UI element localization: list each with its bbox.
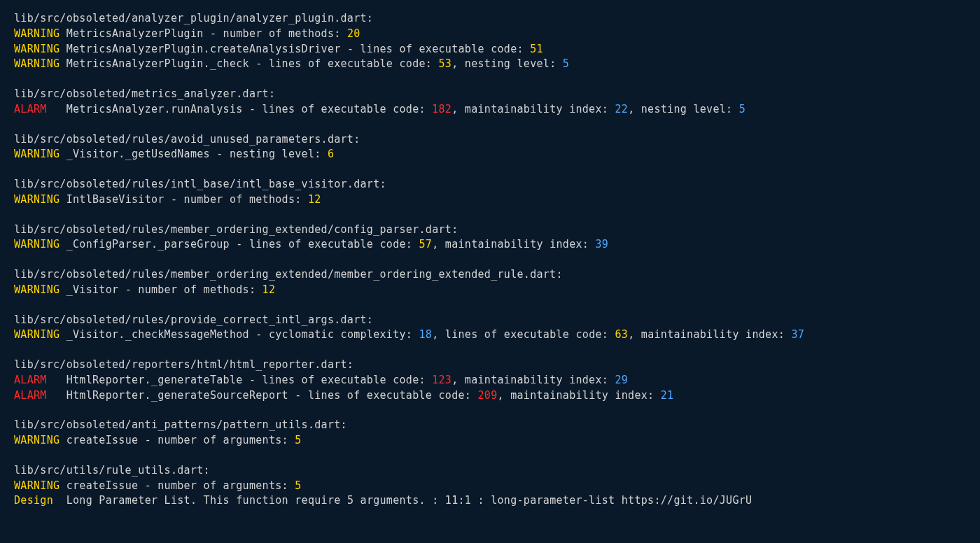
message-text: , lines of executable code:: [432, 328, 615, 341]
severity-level: ALARM: [14, 389, 47, 402]
report-line: ALARM HtmlReporter._generateTable - line…: [14, 373, 966, 388]
metric-value: 5: [295, 434, 301, 446]
report-line: WARNING IntlBaseVisitor - number of meth…: [14, 192, 966, 208]
severity-level: WARNING: [14, 57, 59, 70]
message-text: , maintainability index:: [432, 238, 595, 251]
file-path: lib/src/obsoleted/reporters/html/html_re…: [14, 358, 966, 373]
terminal-output: lib/src/obsoleted/analyzer_plugin/analyz…: [14, 11, 966, 509]
metric-value: 18: [419, 328, 433, 341]
report-block: lib/src/obsoleted/analyzer_plugin/analyz…: [14, 11, 966, 72]
file-path: lib/src/obsoleted/analyzer_plugin/analyz…: [14, 11, 966, 27]
file-path: lib/src/obsoleted/rules/provide_correct_…: [14, 313, 966, 328]
report-block: lib/src/obsoleted/anti_patterns/pattern_…: [14, 418, 966, 449]
message-text: MetricsAnalyzer.runAnalysis - lines of e…: [47, 103, 433, 115]
metric-value: 57: [419, 238, 433, 251]
metric-value: 53: [439, 57, 452, 70]
severity-level: WARNING: [14, 238, 59, 251]
message-text: IntlBaseVisitor - number of methods:: [59, 193, 308, 206]
metric-value: 123: [432, 374, 451, 386]
report-line: WARNING _Visitor._getUsedNames - nesting…: [14, 147, 966, 162]
metric-value: 5: [563, 57, 569, 70]
message-text: MetricsAnalyzerPlugin.createAnalysisDriv…: [59, 43, 530, 55]
metric-value: 29: [615, 374, 628, 386]
severity-level: WARNING: [14, 27, 59, 40]
message-text: _Visitor._checkMessageMethod - cyclomati…: [59, 328, 419, 341]
metric-value: 12: [262, 283, 276, 296]
message-text: HtmlReporter._generateSourceReport - lin…: [47, 389, 478, 402]
message-text: Long Parameter List. This function requi…: [53, 494, 752, 507]
file-path: lib/src/obsoleted/rules/avoid_unused_par…: [14, 132, 966, 148]
message-text: , maintainability index:: [451, 374, 615, 386]
metric-value: 22: [615, 103, 628, 115]
message-text: HtmlReporter._generateTable - lines of e…: [47, 374, 433, 386]
metric-value: 51: [530, 43, 543, 55]
file-path: lib/src/obsoleted/rules/member_ordering_…: [14, 267, 966, 283]
report-line: WARNING _ConfigParser._parseGroup - line…: [14, 237, 966, 253]
report-block: lib/src/obsoleted/rules/member_ordering_…: [14, 267, 966, 298]
message-text: MetricsAnalyzerPlugin - number of method…: [59, 27, 347, 40]
metric-value: 5: [739, 103, 746, 115]
message-text: createIssue - number of arguments:: [59, 479, 295, 492]
report-block: lib/src/obsoleted/rules/provide_correct_…: [14, 313, 966, 344]
severity-level: ALARM: [14, 374, 47, 386]
metric-value: 20: [347, 27, 360, 40]
severity-level: ALARM: [14, 103, 47, 115]
report-line: WARNING _Visitor - number of methods: 12: [14, 283, 966, 298]
report-line: ALARM HtmlReporter._generateSourceReport…: [14, 388, 966, 404]
file-path: lib/src/obsoleted/rules/intl_base/intl_b…: [14, 177, 966, 192]
message-text: , maintainability index:: [451, 103, 615, 115]
file-path: lib/src/obsoleted/anti_patterns/pattern_…: [14, 418, 966, 433]
message-text: _Visitor - number of methods:: [59, 283, 262, 296]
report-block: lib/src/obsoleted/reporters/html/html_re…: [14, 358, 966, 403]
message-text: , nesting level:: [451, 57, 563, 70]
file-path: lib/src/utils/rule_utils.dart:: [14, 463, 966, 479]
report-block: lib/src/obsoleted/metrics_analyzer.dart:…: [14, 87, 966, 118]
metric-value: 39: [595, 238, 608, 251]
severity-level: WARNING: [14, 148, 59, 160]
metric-value: 12: [308, 193, 321, 206]
severity-level: WARNING: [14, 479, 59, 492]
report-line: WARNING MetricsAnalyzerPlugin.createAnal…: [14, 42, 966, 57]
report-line: WARNING createIssue - number of argument…: [14, 433, 966, 449]
message-text: _Visitor._getUsedNames - nesting level:: [59, 148, 328, 160]
severity-level: WARNING: [14, 283, 59, 296]
message-text: , maintainability index:: [628, 328, 791, 341]
file-path: lib/src/obsoleted/metrics_analyzer.dart:: [14, 87, 966, 102]
metric-value: 182: [432, 103, 451, 115]
report-line: ALARM MetricsAnalyzer.runAnalysis - line…: [14, 102, 966, 118]
metric-value: 37: [791, 328, 804, 341]
message-text: , nesting level:: [628, 103, 739, 115]
message-text: , maintainability index:: [498, 389, 661, 402]
report-block: lib/src/obsoleted/rules/member_ordering_…: [14, 223, 966, 253]
message-text: MetricsAnalyzerPlugin._check - lines of …: [59, 57, 438, 70]
report-block: lib/src/utils/rule_utils.dart:WARNING cr…: [14, 463, 966, 509]
metric-value: 63: [615, 328, 628, 341]
message-text: createIssue - number of arguments:: [59, 434, 295, 446]
metric-value: 21: [661, 389, 674, 402]
report-block: lib/src/obsoleted/rules/intl_base/intl_b…: [14, 177, 966, 208]
severity-level: WARNING: [14, 193, 59, 206]
report-line: WARNING createIssue - number of argument…: [14, 479, 966, 494]
message-text: _ConfigParser._parseGroup - lines of exe…: [59, 238, 419, 251]
report-line: Design Long Parameter List. This functio…: [14, 493, 966, 509]
metric-value: 5: [295, 479, 301, 492]
report-block: lib/src/obsoleted/rules/avoid_unused_par…: [14, 132, 966, 163]
severity-level: WARNING: [14, 434, 59, 446]
severity-level: WARNING: [14, 43, 59, 55]
report-line: WARNING MetricsAnalyzerPlugin - number o…: [14, 27, 966, 42]
metric-value: 6: [328, 148, 334, 160]
severity-level: WARNING: [14, 328, 59, 341]
file-path: lib/src/obsoleted/rules/member_ordering_…: [14, 223, 966, 238]
report-line: WARNING MetricsAnalyzerPlugin._check - l…: [14, 57, 966, 72]
severity-level: Design: [14, 494, 53, 507]
report-line: WARNING _Visitor._checkMessageMethod - c…: [14, 327, 966, 343]
metric-value: 209: [478, 389, 498, 402]
